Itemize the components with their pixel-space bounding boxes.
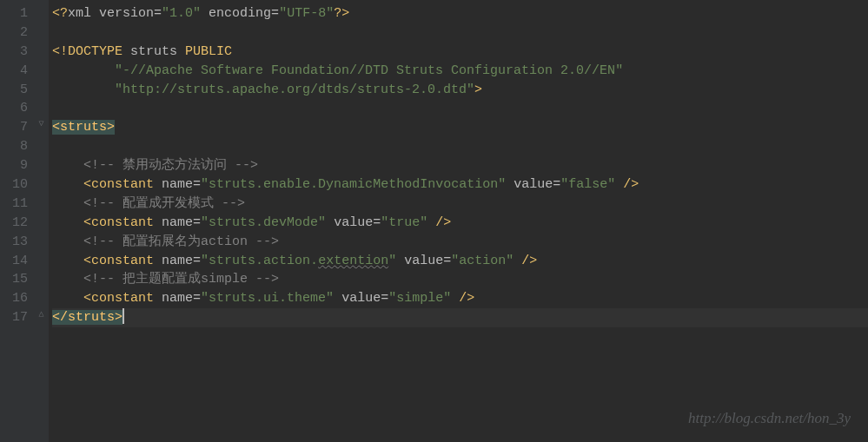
line-number[interactable]: 1 (12, 4, 28, 23)
line-number[interactable]: 4 (12, 62, 28, 81)
struts-close-tag: </struts> (52, 310, 123, 325)
code-line[interactable] (52, 99, 868, 118)
indent (52, 158, 83, 173)
code-line[interactable]: <constant name="struts.action.extention"… (52, 252, 868, 271)
tag-close: /> (451, 291, 474, 306)
eq: = (373, 215, 381, 230)
indent (52, 196, 83, 211)
attr-value: "1.0" (162, 6, 201, 21)
comment: <!-- 配置拓展名为action --> (83, 234, 279, 249)
indent (52, 291, 83, 306)
tag-name: constant (91, 177, 154, 192)
line-number[interactable]: 3 (12, 43, 28, 62)
xml-decl-attr: encoding (201, 6, 271, 21)
attr-name: value (396, 254, 443, 268)
indent (52, 254, 83, 268)
typo-warning: extention (318, 254, 388, 268)
doctype-public: PUBLIC (185, 44, 232, 59)
xml-decl-open: <? (52, 6, 68, 21)
line-number[interactable]: 12 (12, 214, 28, 233)
doctype-fpi: "-//Apache Software Foundation//DTD Stru… (115, 63, 623, 78)
eq: = (381, 291, 388, 306)
line-number[interactable]: 10 (12, 175, 28, 195)
attr-value: "struts.ui.theme" (201, 291, 334, 306)
line-number[interactable]: 16 (12, 289, 28, 308)
line-number[interactable]: 11 (12, 195, 28, 214)
indent (52, 215, 83, 230)
line-number[interactable]: 17 (12, 308, 28, 327)
code-line[interactable]: <!-- 禁用动态方法访问 --> (52, 156, 868, 175)
line-number[interactable]: 9 (12, 156, 28, 175)
code-line[interactable]: <constant name="struts.devMode" value="t… (52, 214, 868, 233)
struts-open-tag: <struts> (52, 120, 115, 135)
line-number[interactable]: 13 (12, 233, 28, 252)
indent (52, 63, 115, 78)
code-line[interactable]: <!-- 把主题配置成simple --> (52, 270, 868, 289)
indent (52, 82, 115, 97)
tag-close: /> (427, 215, 451, 230)
watermark: http://blog.csdn.net/hon_3y (688, 408, 851, 430)
line-number[interactable]: 14 (12, 252, 28, 271)
attr-name: value (506, 177, 553, 192)
doctype-open: <! (52, 44, 68, 59)
tag-close: /> (615, 177, 639, 192)
fold-column: ▽ △ (35, 0, 49, 442)
caret (123, 308, 124, 324)
attr-value: "struts.devMode" (201, 215, 326, 230)
code-line[interactable] (52, 137, 868, 156)
line-number[interactable]: 8 (12, 137, 28, 156)
eq: = (193, 291, 201, 306)
indent (52, 272, 83, 287)
line-number[interactable]: 5 (12, 81, 28, 100)
attr-name: value (326, 215, 373, 230)
indent (52, 177, 83, 192)
code-line[interactable]: <constant name="struts.ui.theme" value="… (52, 289, 868, 308)
tag-name: constant (91, 254, 154, 268)
doctype-uri: "http://struts.apache.org/dtds/struts-2.… (115, 82, 474, 97)
eq: = (154, 6, 162, 21)
tag-open: < (83, 254, 91, 268)
xml-decl-attr: xml version (68, 6, 154, 21)
attr-name: name (154, 215, 193, 230)
code-line[interactable]: <constant name="struts.enable.DynamicMet… (52, 175, 868, 195)
attr-value: " (388, 254, 396, 268)
attr-value: "struts.enable.DynamicMethodInvocation" (201, 177, 506, 192)
fold-toggle-icon[interactable]: △ (36, 310, 46, 320)
code-line[interactable]: <?xml version="1.0" encoding="UTF-8"?> (52, 4, 868, 23)
code-line[interactable]: <!-- 配置成开发模式 --> (52, 195, 868, 214)
attr-value: "action" (451, 254, 514, 268)
tag-open: < (83, 291, 91, 306)
line-number-gutter[interactable]: 1 2 3 4 5 6 7 8 9 10 11 12 13 14 15 16 1… (0, 0, 35, 442)
code-line[interactable] (52, 23, 868, 43)
fold-toggle-icon[interactable]: ▽ (36, 120, 46, 129)
code-line[interactable]: <struts> (52, 118, 868, 137)
tag-open: < (83, 215, 91, 230)
line-number[interactable]: 6 (12, 99, 28, 118)
attr-value: "simple" (388, 291, 451, 306)
code-editor: 1 2 3 4 5 6 7 8 9 10 11 12 13 14 15 16 1… (0, 0, 868, 442)
line-number[interactable]: 7 (12, 118, 28, 137)
eq: = (193, 254, 201, 268)
code-line[interactable]: "-//Apache Software Foundation//DTD Stru… (52, 62, 868, 81)
attr-value: "true" (381, 215, 427, 230)
code-line[interactable]: <!-- 配置拓展名为action --> (52, 233, 868, 252)
code-content[interactable]: <?xml version="1.0" encoding="UTF-8"?> <… (49, 0, 868, 442)
attr-name: name (154, 254, 193, 268)
eq: = (193, 177, 201, 192)
attr-name: name (154, 291, 193, 306)
line-number[interactable]: 2 (12, 23, 28, 43)
tag-open: < (83, 177, 91, 192)
tag-name: constant (91, 215, 154, 230)
eq: = (443, 254, 451, 268)
attr-value: "false" (560, 177, 615, 192)
eq: = (193, 215, 201, 230)
comment: <!-- 禁用动态方法访问 --> (83, 158, 258, 173)
code-line[interactable]: <!DOCTYPE struts PUBLIC (52, 43, 868, 62)
code-line[interactable]: "http://struts.apache.org/dtds/struts-2.… (52, 81, 868, 100)
eq: = (553, 177, 560, 192)
xml-decl-close: ?> (334, 6, 349, 21)
code-line[interactable]: </struts> (52, 308, 868, 327)
line-number[interactable]: 15 (12, 270, 28, 289)
doctype-close: > (474, 82, 482, 97)
eq: = (271, 6, 279, 21)
